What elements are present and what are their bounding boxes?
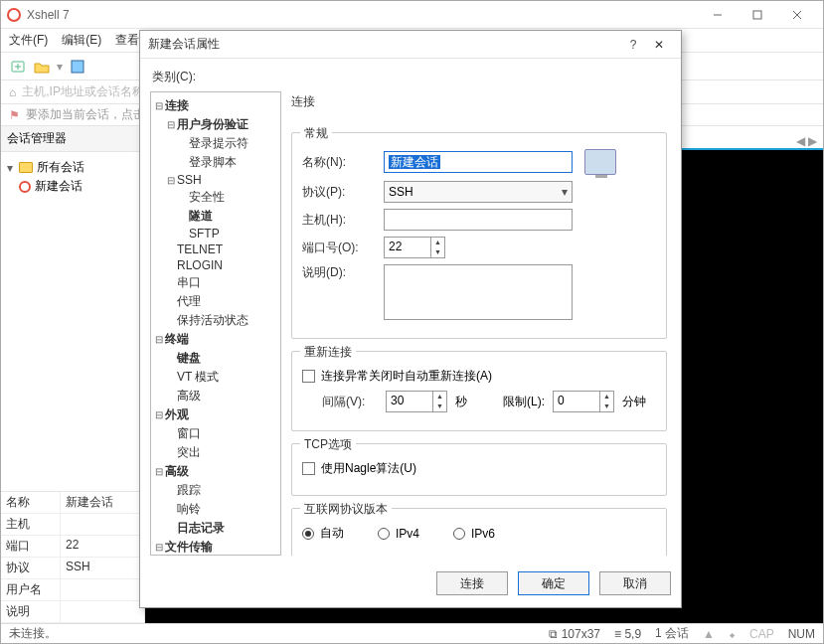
category-tree-item[interactable]: 代理 (153, 292, 278, 311)
save-icon[interactable] (69, 58, 86, 76)
address-placeholder: 主机,IP地址或会话名称 (22, 83, 144, 100)
section-title: 连接 (291, 91, 667, 112)
category-tree-item[interactable]: 串口 (153, 273, 278, 292)
general-legend: 常规 (300, 125, 332, 142)
tip-text: 要添加当前会话，点击 (26, 106, 145, 123)
category-tree-item[interactable]: 键盘 (153, 349, 278, 368)
limit-label: 限制(L): (503, 394, 545, 410)
reconnect-legend: 重新连接 (300, 344, 356, 361)
interval-input[interactable]: 30 ▲▼ (386, 391, 447, 412)
ipv4-radio[interactable]: IPv4 (378, 527, 419, 541)
interval-label: 间隔(V): (322, 394, 378, 410)
category-tree-item[interactable]: ⊟文件传输 (153, 538, 278, 556)
dialog-close-button[interactable]: ✕ (645, 38, 673, 52)
status-left: 未连接。 (9, 625, 57, 642)
tree-session-label[interactable]: 新建会话 (35, 178, 82, 195)
property-row: 主机 (1, 514, 144, 536)
ipv6-radio[interactable]: IPv6 (453, 527, 495, 541)
category-tree[interactable]: ⊟连接⊟用户身份验证登录提示符登录脚本⊟SSH安全性隧道SFTPTELNETRL… (150, 91, 281, 556)
menu-edit[interactable]: 编辑(E) (62, 32, 101, 49)
menu-file[interactable]: 文件(F) (9, 32, 48, 49)
category-tree-item[interactable]: TELNET (153, 242, 278, 257)
session-icon (19, 181, 31, 193)
nagle-checkbox[interactable]: 使用Nagle算法(U) (302, 460, 416, 477)
category-tree-item[interactable]: 安全性 (153, 188, 278, 207)
category-tree-item[interactable]: 响铃 (153, 500, 278, 519)
minimize-button[interactable] (698, 2, 738, 28)
app-title: Xshell 7 (27, 8, 698, 22)
new-session-dialog: 新建会话属性 ? ✕ 类别(C): ⊟连接⊟用户身份验证登录提示符登录脚本⊟SS… (139, 30, 682, 608)
name-input[interactable]: 新建会话 (384, 151, 573, 173)
ip-auto-radio[interactable]: 自动 (302, 525, 344, 542)
property-row: 端口22 (1, 536, 144, 558)
new-session-icon[interactable] (9, 58, 27, 76)
name-label: 名称(N): (302, 154, 376, 171)
category-tree-item[interactable]: RLOGIN (153, 257, 278, 273)
home-icon: ⌂ (9, 85, 16, 99)
open-folder-icon[interactable] (33, 58, 51, 76)
protocol-select[interactable]: SSH▾ (384, 181, 573, 203)
tcp-legend: TCP选项 (300, 436, 356, 453)
dialog-help-button[interactable]: ? (621, 38, 645, 52)
status-bar: 未连接。 ⧉ 107x37 ≡ 5,9 1 会话 ▲ ⬥ CAP NUM (1, 623, 823, 643)
category-tree-item[interactable]: 登录提示符 (153, 134, 278, 153)
category-tree-item[interactable]: ⊟终端 (153, 330, 278, 349)
category-tree-item[interactable]: 窗口 (153, 424, 278, 443)
app-icon (7, 8, 21, 22)
category-tree-item[interactable]: 保持活动状态 (153, 311, 278, 330)
category-tree-item[interactable]: ⊟连接 (153, 96, 278, 115)
status-sessions: 1 会话 (655, 625, 689, 642)
session-properties-table: 名称新建会话主机端口22协议SSH用户名说明 (1, 491, 144, 623)
svg-rect-7 (72, 61, 83, 73)
auto-reconnect-checkbox[interactable]: 连接异常关闭时自动重新连接(A) (302, 368, 492, 385)
status-pos: 5,9 (624, 627, 641, 641)
property-row: 用户名 (1, 579, 144, 601)
category-tree-item[interactable]: ⊟用户身份验证 (153, 115, 278, 134)
host-label: 主机(H): (302, 212, 376, 229)
maximize-button[interactable] (738, 2, 777, 28)
category-tree-item[interactable]: ⊟SSH (153, 172, 278, 188)
status-size: 107x37 (562, 627, 600, 641)
desc-label: 说明(D): (302, 264, 376, 281)
tree-root-label[interactable]: 所有会话 (37, 159, 84, 176)
monitor-icon (584, 149, 616, 175)
host-input[interactable] (384, 209, 573, 231)
ok-button[interactable]: 确定 (518, 571, 589, 595)
property-row: 协议SSH (1, 558, 144, 579)
connect-button[interactable]: 连接 (436, 571, 508, 595)
category-tree-item[interactable]: 登录脚本 (153, 153, 278, 172)
port-input[interactable]: 22 ▲▼ (384, 237, 445, 258)
protocol-label: 协议(P): (302, 184, 376, 201)
category-tree-item[interactable]: 隧道 (153, 207, 278, 226)
flag-icon: ⚑ (9, 108, 20, 122)
tcp-group: TCP选项 使用Nagle算法(U) (291, 443, 667, 496)
session-manager-header: 会话管理器 (1, 126, 144, 152)
category-tree-item[interactable]: ⊟高级 (153, 462, 278, 481)
port-label: 端口号(O): (302, 240, 376, 256)
category-tree-item[interactable]: 跟踪 (153, 481, 278, 500)
general-group: 常规 名称(N): 新建会话 协议(P): SSH▾ 主机(H): (291, 132, 667, 339)
category-tree-item[interactable]: ⊟外观 (153, 405, 278, 424)
description-input[interactable] (384, 264, 573, 320)
dialog-title: 新建会话属性 (148, 36, 621, 53)
limit-input[interactable]: 0 ▲▼ (553, 391, 614, 412)
property-row: 名称新建会话 (1, 492, 144, 514)
session-tree[interactable]: ▾ 所有会话 新建会话 (1, 152, 144, 202)
category-tree-item[interactable]: 高级 (153, 387, 278, 405)
category-label: 类别(C): (150, 65, 671, 91)
category-tree-item[interactable]: 突出 (153, 443, 278, 462)
tree-collapse-icon[interactable]: ▾ (5, 161, 15, 175)
category-tree-item[interactable]: SFTP (153, 226, 278, 242)
reconnect-group: 重新连接 连接异常关闭时自动重新连接(A) 间隔(V): 30 ▲▼ (291, 351, 667, 431)
svg-rect-1 (753, 11, 761, 19)
folder-icon (19, 162, 33, 173)
category-tree-item[interactable]: 日志记录 (153, 519, 278, 538)
main-titlebar: Xshell 7 (1, 1, 823, 29)
ipversion-group: 互联网协议版本 自动 IPv4 IPv6 (291, 508, 667, 556)
property-row: 说明 (1, 601, 144, 623)
status-num: NUM (788, 627, 815, 641)
status-cap: CAP (749, 627, 774, 641)
cancel-button[interactable]: 取消 (599, 571, 671, 595)
category-tree-item[interactable]: VT 模式 (153, 368, 278, 387)
close-button[interactable] (777, 2, 817, 28)
